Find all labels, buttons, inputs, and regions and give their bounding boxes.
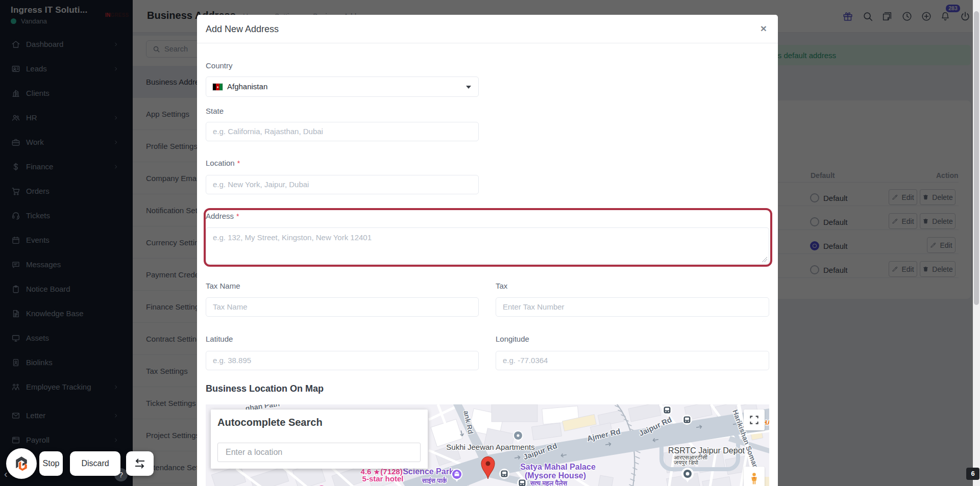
recorder-logo-icon (12, 453, 31, 473)
tax-placeholder: Enter Tax Number (503, 302, 565, 311)
location-input[interactable]: e.g. New York, Jaipur, Dubai (206, 175, 479, 194)
map-section-heading: Business Location On Map (206, 383, 324, 394)
afghanistan-flag-icon (212, 83, 223, 91)
latitude-input[interactable]: e.g. 38.895 (206, 351, 479, 370)
map-label: (Mysore House) (525, 471, 586, 480)
latitude-placeholder: e.g. 38.895 (213, 356, 251, 365)
recorder-logo-button[interactable] (6, 448, 37, 479)
modal-header: Add New Address × (197, 15, 778, 43)
business-location-map[interactable]: ghan Pathank RdJaipur RdAjmer RdJaipur R… (206, 404, 769, 486)
tax-name-placeholder: Tax Name (213, 302, 248, 311)
map-autocomplete-card: Autocomplete Search Enter a location (211, 410, 428, 469)
swap-arrows-icon (134, 457, 146, 470)
tax-input[interactable]: Enter Tax Number (496, 297, 769, 317)
state-input[interactable]: e.g. California, Rajasthan, Dubai (206, 122, 479, 141)
map-label: सत्य महल पैलेस (530, 479, 568, 486)
map-label: Satya Mahal Palace (520, 463, 596, 471)
discard-button[interactable]: Discard (70, 451, 120, 476)
pegman-icon (748, 471, 760, 486)
scrollbar-thumb[interactable] (974, 11, 979, 305)
country-selected-value: Afghanistan (227, 82, 267, 91)
map-fullscreen-button[interactable] (744, 410, 765, 430)
autocomplete-location-input[interactable]: Enter a location (217, 443, 421, 462)
state-placeholder: e.g. California, Rajasthan, Dubai (213, 127, 323, 136)
location-placeholder: e.g. New York, Jaipur, Dubai (213, 180, 309, 189)
country-select[interactable]: Afghanistan (206, 76, 479, 97)
swap-button[interactable] (126, 451, 154, 476)
modal-title: Add New Address (206, 24, 279, 35)
latitude-label: Latitude (206, 335, 233, 343)
map-pin-dot (486, 462, 491, 466)
autocomplete-title: Autocomplete Search (217, 417, 323, 428)
fullscreen-icon (749, 415, 759, 425)
country-label: Country (206, 61, 233, 70)
chevron-down-icon (466, 86, 471, 89)
map-label: साइंस पार्क (422, 476, 448, 484)
state-label: State (206, 107, 224, 115)
longitude-placeholder: e.g. -77.0364 (503, 356, 548, 365)
map-label: Sukhi Jeewan Apartments (446, 443, 534, 451)
collapse-chevron-icon[interactable]: ‹ (4, 468, 8, 480)
map-label: 5-star hotel (362, 474, 404, 483)
map-pegman-button[interactable] (744, 467, 765, 486)
modal-scrollbar[interactable] (973, 0, 980, 486)
tax-name-input[interactable]: Tax Name (206, 297, 479, 317)
close-icon[interactable]: × (757, 22, 770, 35)
autocomplete-placeholder: Enter a location (226, 448, 282, 457)
stop-button[interactable]: Stop (39, 451, 63, 476)
longitude-input[interactable]: e.g. -77.0364 (496, 351, 769, 370)
step-number-badge: 6 (966, 468, 979, 480)
tax-label: Tax (496, 282, 507, 290)
longitude-label: Longitude (496, 335, 529, 343)
recording-widget: ‹ Stop Discard ? (0, 439, 163, 486)
tax-name-label: Tax Name (206, 282, 240, 290)
annotation-highlight-address-field (204, 208, 772, 267)
location-label: Location* (206, 159, 240, 167)
map-label: जयपुर डिपो (673, 459, 698, 466)
